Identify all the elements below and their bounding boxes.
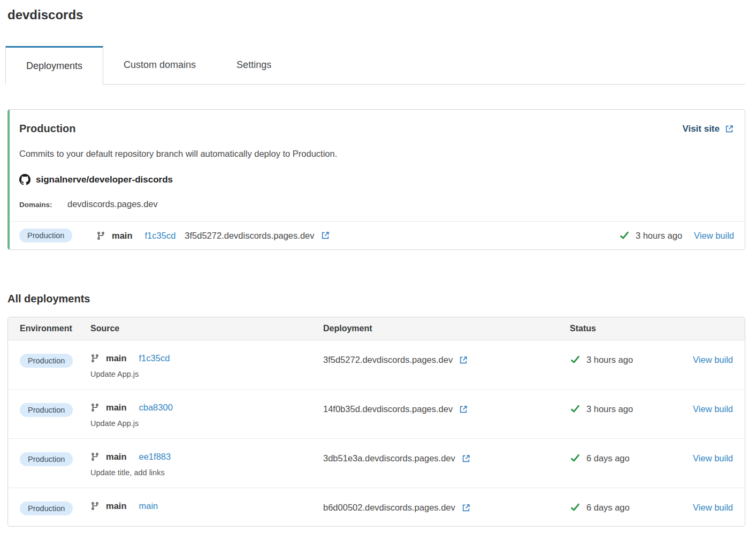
git-branch-icon — [90, 403, 100, 412]
external-link-icon[interactable] — [459, 405, 468, 414]
column-header-source: Source — [90, 324, 323, 333]
table-row: Production main f1c35cd Update App.js 3f… — [8, 340, 745, 390]
git-branch-icon — [90, 452, 100, 461]
status-time: 6 days ago — [586, 453, 630, 463]
column-header-deployment: Deployment — [323, 324, 570, 333]
git-branch-icon — [90, 354, 100, 363]
table-header-row: Environment Source Deployment Status — [8, 317, 745, 340]
tab-settings[interactable]: Settings — [216, 46, 292, 84]
success-check-icon — [570, 453, 581, 463]
deployment-url: 14f0b35d.devdiscords.pages.dev — [323, 404, 453, 414]
domains-label: Domains: — [19, 201, 67, 209]
column-header-status: Status — [570, 324, 733, 333]
commit-link[interactable]: f1c35cd — [139, 353, 170, 363]
external-link-icon[interactable] — [461, 454, 471, 463]
external-link-icon[interactable] — [459, 355, 468, 365]
environment-badge: Production — [20, 354, 73, 368]
tab-custom-domains[interactable]: Custom domains — [103, 46, 216, 84]
deployment-url: 3f5d5272.devdiscords.pages.dev — [323, 355, 453, 365]
environment-badge: Production — [20, 403, 73, 417]
status-time: 3 hours ago — [586, 355, 633, 365]
view-build-link[interactable]: View build — [694, 231, 734, 241]
environment-badge: Production — [20, 501, 73, 515]
deployment-url: b6d00502.devdiscords.pages.dev — [323, 503, 455, 513]
environment-badge: Production — [19, 229, 72, 242]
view-build-link[interactable]: View build — [693, 355, 733, 365]
branch-name: main — [106, 402, 127, 413]
commit-message: Update App.js — [90, 419, 323, 428]
commit-link[interactable]: f1c35cd — [145, 231, 176, 241]
branch-name: main — [112, 231, 133, 241]
production-card: Production Visit site Commits to your de… — [7, 109, 745, 250]
tab-deployments[interactable]: Deployments — [5, 46, 103, 85]
branch-name: main — [106, 501, 127, 511]
view-build-link[interactable]: View build — [693, 503, 733, 513]
deployment-url: 3db51e3a.devdiscords.pages.dev — [323, 453, 455, 463]
status-time: 3 hours ago — [586, 404, 633, 414]
deployments-table: Environment Source Deployment Status Pro… — [7, 317, 745, 527]
git-branch-icon — [90, 501, 100, 511]
commit-link[interactable]: ee1f883 — [139, 452, 171, 462]
view-build-link[interactable]: View build — [693, 404, 733, 414]
status-time: 6 days ago — [586, 503, 630, 513]
external-link-icon[interactable] — [320, 231, 330, 240]
status-time: 3 hours ago — [636, 231, 682, 241]
success-check-icon — [619, 230, 630, 241]
column-header-environment: Environment — [20, 324, 90, 333]
success-check-icon — [570, 354, 581, 365]
external-link-icon[interactable] — [461, 503, 471, 513]
commit-link[interactable]: main — [139, 501, 158, 511]
success-check-icon — [570, 404, 581, 414]
github-icon — [19, 174, 30, 185]
view-build-link[interactable]: View build — [693, 453, 733, 463]
commit-message: Update title, add links — [90, 468, 323, 477]
tab-bar: Deployments Custom domains Settings — [7, 46, 745, 85]
git-branch-icon — [96, 231, 105, 240]
table-row: Production main cba8300 Update App.js 14… — [8, 390, 745, 439]
environment-badge: Production — [20, 452, 73, 466]
branch-name: main — [106, 452, 127, 462]
production-description: Commits to your default repository branc… — [19, 149, 734, 159]
visit-site-label: Visit site — [682, 124, 720, 134]
domains-value: devdiscords.pages.dev — [67, 199, 158, 209]
visit-site-link[interactable]: Visit site — [682, 124, 734, 134]
production-deployment-row: Production main f1c35cd 3f5d5272.devdisc… — [10, 221, 745, 249]
table-row: Production main ee1f883 Update title, ad… — [8, 439, 745, 488]
deployment-url: 3f5d5272.devdiscords.pages.dev — [185, 231, 314, 241]
branch-name: main — [106, 353, 127, 363]
production-card-title: Production — [19, 123, 76, 135]
page-title: devdiscords — [7, 7, 745, 22]
table-row: Production main main b6d00502.devdiscord… — [8, 488, 745, 526]
commit-link[interactable]: cba8300 — [139, 402, 173, 413]
success-check-icon — [570, 502, 581, 513]
commit-message: Update App.js — [90, 370, 323, 378]
all-deployments-title: All deployments — [7, 293, 745, 305]
repository-name: signalnerve/developer-discords — [36, 174, 173, 185]
external-link-icon — [724, 124, 734, 134]
